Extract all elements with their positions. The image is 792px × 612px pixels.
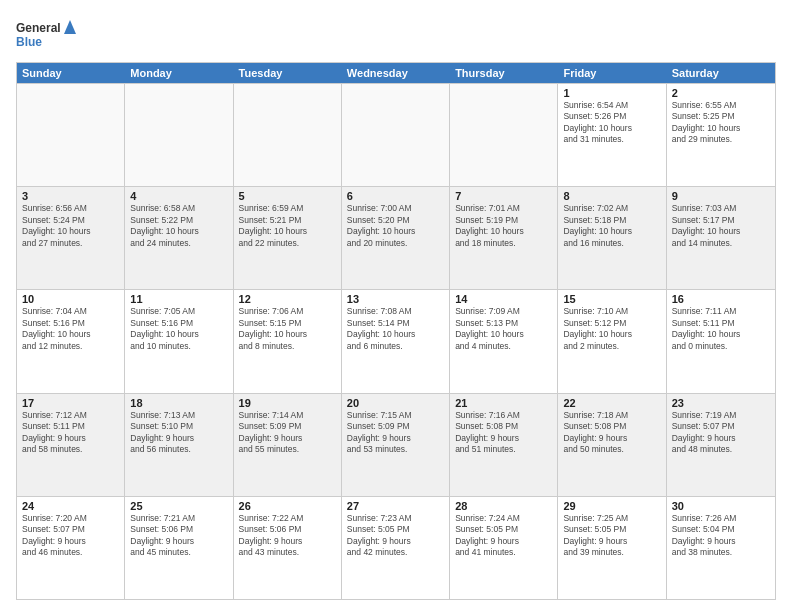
day-number: 5 — [239, 190, 336, 202]
header-day-monday: Monday — [125, 63, 233, 83]
day-info: Sunrise: 7:22 AM Sunset: 5:06 PM Dayligh… — [239, 513, 336, 559]
day-number: 3 — [22, 190, 119, 202]
calendar-cell: 29Sunrise: 7:25 AM Sunset: 5:05 PM Dayli… — [558, 497, 666, 599]
day-info: Sunrise: 7:01 AM Sunset: 5:19 PM Dayligh… — [455, 203, 552, 249]
calendar-cell: 5Sunrise: 6:59 AM Sunset: 5:21 PM Daylig… — [234, 187, 342, 289]
day-info: Sunrise: 7:19 AM Sunset: 5:07 PM Dayligh… — [672, 410, 770, 456]
day-number: 28 — [455, 500, 552, 512]
day-info: Sunrise: 7:16 AM Sunset: 5:08 PM Dayligh… — [455, 410, 552, 456]
day-number: 8 — [563, 190, 660, 202]
header-day-tuesday: Tuesday — [234, 63, 342, 83]
day-number: 20 — [347, 397, 444, 409]
calendar-cell: 12Sunrise: 7:06 AM Sunset: 5:15 PM Dayli… — [234, 290, 342, 392]
day-number: 22 — [563, 397, 660, 409]
calendar-cell — [234, 84, 342, 186]
calendar-cell: 22Sunrise: 7:18 AM Sunset: 5:08 PM Dayli… — [558, 394, 666, 496]
page: General Blue SundayMondayTuesdayWednesda… — [0, 0, 792, 612]
header-day-thursday: Thursday — [450, 63, 558, 83]
calendar-body: 1Sunrise: 6:54 AM Sunset: 5:26 PM Daylig… — [17, 83, 775, 599]
day-number: 11 — [130, 293, 227, 305]
calendar-cell: 7Sunrise: 7:01 AM Sunset: 5:19 PM Daylig… — [450, 187, 558, 289]
calendar-cell: 2Sunrise: 6:55 AM Sunset: 5:25 PM Daylig… — [667, 84, 775, 186]
calendar-cell: 3Sunrise: 6:56 AM Sunset: 5:24 PM Daylig… — [17, 187, 125, 289]
calendar-cell: 1Sunrise: 6:54 AM Sunset: 5:26 PM Daylig… — [558, 84, 666, 186]
day-info: Sunrise: 7:08 AM Sunset: 5:14 PM Dayligh… — [347, 306, 444, 352]
header-day-sunday: Sunday — [17, 63, 125, 83]
week-row-5: 24Sunrise: 7:20 AM Sunset: 5:07 PM Dayli… — [17, 496, 775, 599]
day-number: 6 — [347, 190, 444, 202]
day-info: Sunrise: 7:03 AM Sunset: 5:17 PM Dayligh… — [672, 203, 770, 249]
calendar-cell: 21Sunrise: 7:16 AM Sunset: 5:08 PM Dayli… — [450, 394, 558, 496]
day-number: 4 — [130, 190, 227, 202]
week-row-1: 1Sunrise: 6:54 AM Sunset: 5:26 PM Daylig… — [17, 83, 775, 186]
day-info: Sunrise: 7:10 AM Sunset: 5:12 PM Dayligh… — [563, 306, 660, 352]
day-info: Sunrise: 7:26 AM Sunset: 5:04 PM Dayligh… — [672, 513, 770, 559]
day-info: Sunrise: 7:21 AM Sunset: 5:06 PM Dayligh… — [130, 513, 227, 559]
calendar-cell: 17Sunrise: 7:12 AM Sunset: 5:11 PM Dayli… — [17, 394, 125, 496]
day-number: 9 — [672, 190, 770, 202]
logo-svg: General Blue — [16, 16, 76, 52]
calendar-cell: 19Sunrise: 7:14 AM Sunset: 5:09 PM Dayli… — [234, 394, 342, 496]
day-info: Sunrise: 7:25 AM Sunset: 5:05 PM Dayligh… — [563, 513, 660, 559]
calendar: SundayMondayTuesdayWednesdayThursdayFrid… — [16, 62, 776, 600]
day-info: Sunrise: 7:04 AM Sunset: 5:16 PM Dayligh… — [22, 306, 119, 352]
calendar-cell: 23Sunrise: 7:19 AM Sunset: 5:07 PM Dayli… — [667, 394, 775, 496]
calendar-cell — [342, 84, 450, 186]
day-info: Sunrise: 6:58 AM Sunset: 5:22 PM Dayligh… — [130, 203, 227, 249]
day-number: 16 — [672, 293, 770, 305]
day-info: Sunrise: 7:23 AM Sunset: 5:05 PM Dayligh… — [347, 513, 444, 559]
calendar-cell — [125, 84, 233, 186]
day-info: Sunrise: 6:55 AM Sunset: 5:25 PM Dayligh… — [672, 100, 770, 146]
day-number: 29 — [563, 500, 660, 512]
calendar-cell: 18Sunrise: 7:13 AM Sunset: 5:10 PM Dayli… — [125, 394, 233, 496]
day-number: 13 — [347, 293, 444, 305]
logo: General Blue — [16, 16, 76, 52]
calendar-cell: 14Sunrise: 7:09 AM Sunset: 5:13 PM Dayli… — [450, 290, 558, 392]
day-number: 27 — [347, 500, 444, 512]
header: General Blue — [16, 16, 776, 52]
day-number: 14 — [455, 293, 552, 305]
calendar-cell: 15Sunrise: 7:10 AM Sunset: 5:12 PM Dayli… — [558, 290, 666, 392]
day-info: Sunrise: 7:24 AM Sunset: 5:05 PM Dayligh… — [455, 513, 552, 559]
day-number: 25 — [130, 500, 227, 512]
day-info: Sunrise: 6:59 AM Sunset: 5:21 PM Dayligh… — [239, 203, 336, 249]
day-info: Sunrise: 7:18 AM Sunset: 5:08 PM Dayligh… — [563, 410, 660, 456]
day-number: 26 — [239, 500, 336, 512]
day-info: Sunrise: 7:00 AM Sunset: 5:20 PM Dayligh… — [347, 203, 444, 249]
week-row-2: 3Sunrise: 6:56 AM Sunset: 5:24 PM Daylig… — [17, 186, 775, 289]
day-number: 10 — [22, 293, 119, 305]
header-day-friday: Friday — [558, 63, 666, 83]
day-number: 2 — [672, 87, 770, 99]
calendar-cell: 28Sunrise: 7:24 AM Sunset: 5:05 PM Dayli… — [450, 497, 558, 599]
day-number: 19 — [239, 397, 336, 409]
day-number: 24 — [22, 500, 119, 512]
calendar-cell — [17, 84, 125, 186]
day-info: Sunrise: 7:12 AM Sunset: 5:11 PM Dayligh… — [22, 410, 119, 456]
calendar-cell: 9Sunrise: 7:03 AM Sunset: 5:17 PM Daylig… — [667, 187, 775, 289]
calendar-cell: 8Sunrise: 7:02 AM Sunset: 5:18 PM Daylig… — [558, 187, 666, 289]
day-info: Sunrise: 7:05 AM Sunset: 5:16 PM Dayligh… — [130, 306, 227, 352]
calendar-cell: 26Sunrise: 7:22 AM Sunset: 5:06 PM Dayli… — [234, 497, 342, 599]
svg-marker-2 — [64, 20, 76, 34]
day-info: Sunrise: 6:54 AM Sunset: 5:26 PM Dayligh… — [563, 100, 660, 146]
svg-text:General: General — [16, 21, 61, 35]
calendar-cell: 27Sunrise: 7:23 AM Sunset: 5:05 PM Dayli… — [342, 497, 450, 599]
calendar-header: SundayMondayTuesdayWednesdayThursdayFrid… — [17, 63, 775, 83]
day-info: Sunrise: 7:15 AM Sunset: 5:09 PM Dayligh… — [347, 410, 444, 456]
day-number: 30 — [672, 500, 770, 512]
day-number: 18 — [130, 397, 227, 409]
day-info: Sunrise: 7:02 AM Sunset: 5:18 PM Dayligh… — [563, 203, 660, 249]
day-number: 17 — [22, 397, 119, 409]
calendar-cell: 11Sunrise: 7:05 AM Sunset: 5:16 PM Dayli… — [125, 290, 233, 392]
svg-text:Blue: Blue — [16, 35, 42, 49]
day-info: Sunrise: 7:06 AM Sunset: 5:15 PM Dayligh… — [239, 306, 336, 352]
header-day-saturday: Saturday — [667, 63, 775, 83]
day-info: Sunrise: 7:09 AM Sunset: 5:13 PM Dayligh… — [455, 306, 552, 352]
calendar-cell: 6Sunrise: 7:00 AM Sunset: 5:20 PM Daylig… — [342, 187, 450, 289]
calendar-cell: 10Sunrise: 7:04 AM Sunset: 5:16 PM Dayli… — [17, 290, 125, 392]
calendar-cell: 24Sunrise: 7:20 AM Sunset: 5:07 PM Dayli… — [17, 497, 125, 599]
day-info: Sunrise: 7:20 AM Sunset: 5:07 PM Dayligh… — [22, 513, 119, 559]
day-number: 21 — [455, 397, 552, 409]
calendar-cell — [450, 84, 558, 186]
day-info: Sunrise: 7:11 AM Sunset: 5:11 PM Dayligh… — [672, 306, 770, 352]
